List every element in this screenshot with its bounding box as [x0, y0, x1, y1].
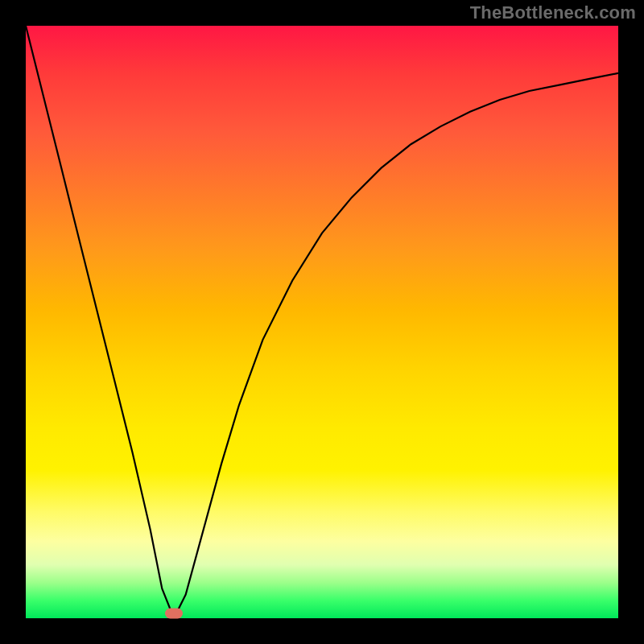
chart-container: TheBottleneck.com	[0, 0, 644, 644]
minimum-marker	[165, 609, 183, 619]
watermark-text: TheBottleneck.com	[470, 2, 636, 23]
curve-svg	[26, 26, 618, 618]
plot-area	[26, 26, 618, 618]
bottleneck-curve	[26, 26, 618, 618]
